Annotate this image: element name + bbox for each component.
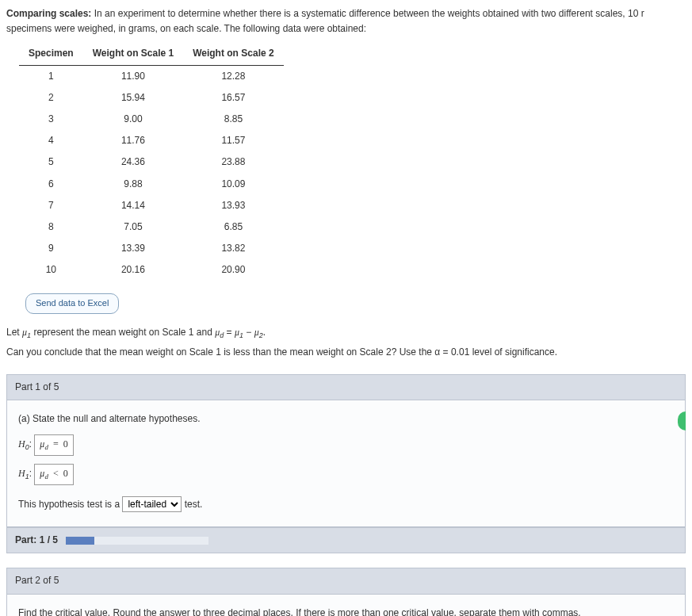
h1-answer-box[interactable]: μd < 0 [34,464,73,485]
part2-prompt: Find the critical value. Round the answe… [18,606,674,617]
let-minus: − [243,327,254,338]
table-cell: 6.85 [183,216,283,238]
table-row: 111.9012.28 [19,65,284,87]
table-row: 87.056.85 [19,216,284,238]
table-cell: 16.57 [183,87,283,109]
tail-pre: This hypothesis test is a [18,499,122,510]
table-cell: 9.00 [83,109,183,130]
table-cell: 9 [19,238,83,259]
table-cell: 12.28 [183,65,283,87]
table-cell: 13.82 [183,238,283,259]
h1-row: H1: μd < 0 [18,464,674,485]
table-row: 714.1413.93 [19,195,284,216]
table-cell: 6 [19,174,83,195]
table-cell: 4 [19,130,83,151]
part1-prompt: (a) State the null and alternate hypothe… [18,411,674,427]
table-cell: 20.16 [83,259,183,281]
table-cell: 11.76 [83,130,183,151]
table-cell: 23.88 [183,151,283,173]
table-row: 524.3623.88 [19,151,284,173]
tail-select[interactable]: left-tailed [122,496,182,512]
intro-text1: In an experiment to determine whether th… [91,8,644,19]
h0-answer-box[interactable]: μd = 0 [34,434,73,456]
progress-label: Part: 1 / 5 [15,533,58,548]
table-cell: 1 [19,65,83,87]
table-row: 913.3913.82 [19,238,284,259]
table-cell: 3 [19,109,83,130]
table-cell: 24.36 [83,151,183,173]
table-row: 215.9416.57 [19,87,284,109]
progress-fill [66,537,94,545]
h1-label: H [18,468,25,479]
table-cell: 15.94 [83,87,183,109]
table-cell: 13.39 [83,238,183,259]
table-cell: 11.57 [183,130,283,151]
table-cell: 11.90 [83,65,183,87]
table-row: 411.7611.57 [19,130,284,151]
table-cell: 9.88 [83,174,183,195]
col-specimen: Specimen [19,43,83,65]
table-cell: 2 [19,87,83,109]
table-cell: 10 [19,259,83,281]
table-row: 1020.1620.90 [19,259,284,281]
expand-tab-icon[interactable] [678,411,686,430]
part2-header: Part 2 of 5 [6,568,686,594]
table-header-row: Specimen Weight on Scale 1 Weight on Sca… [19,43,284,65]
progress-row: Part: 1 / 5 [6,527,686,553]
tail-post: test. [185,499,203,510]
send-to-excel-button[interactable]: Send data to Excel [25,293,119,314]
let-eq: = [224,327,235,338]
data-table: Specimen Weight on Scale 1 Weight on Sca… [19,43,284,281]
table-cell: 5 [19,151,83,173]
intro-text2: specimens were weighed, in grams, on eac… [6,23,366,34]
table-cell: 14.14 [83,195,183,216]
intro-title: Comparing scales: [6,8,91,19]
let-mid: represent the mean weight on Scale 1 and [31,327,215,338]
progress-bar [66,537,208,545]
table-row: 69.8810.09 [19,174,284,195]
part1-header: Part 1 of 5 [6,374,686,400]
problem-intro: Comparing scales: In an experiment to de… [6,6,686,36]
col-scale1: Weight on Scale 1 [83,43,183,65]
table-cell: 7 [19,195,83,216]
h0-colon: : [29,438,35,450]
table-cell: 8 [19,216,83,238]
tail-row: This hypothesis test is a left-tailed te… [18,496,674,512]
let-dot: . [263,327,266,338]
table-cell: 8.85 [183,109,283,130]
table-cell: 7.05 [83,216,183,238]
part1-body: (a) State the null and alternate hypothe… [6,400,686,527]
table-cell: 20.90 [183,259,283,281]
part2-body: Find the critical value. Round the answe… [6,595,686,617]
col-scale2: Weight on Scale 2 [183,43,283,65]
table-cell: 10.09 [183,174,283,195]
table-row: 39.008.85 [19,109,284,130]
h1-colon: : [29,468,35,479]
let-line: Let μ1 represent the mean weight on Scal… [6,325,686,342]
let-pre: Let [6,327,22,338]
table-cell: 13.93 [183,195,283,216]
h0-label: H [18,438,25,450]
h0-row: H0: μd = 0 [18,434,674,456]
question-line: Can you conclude that the mean weight on… [6,345,686,360]
